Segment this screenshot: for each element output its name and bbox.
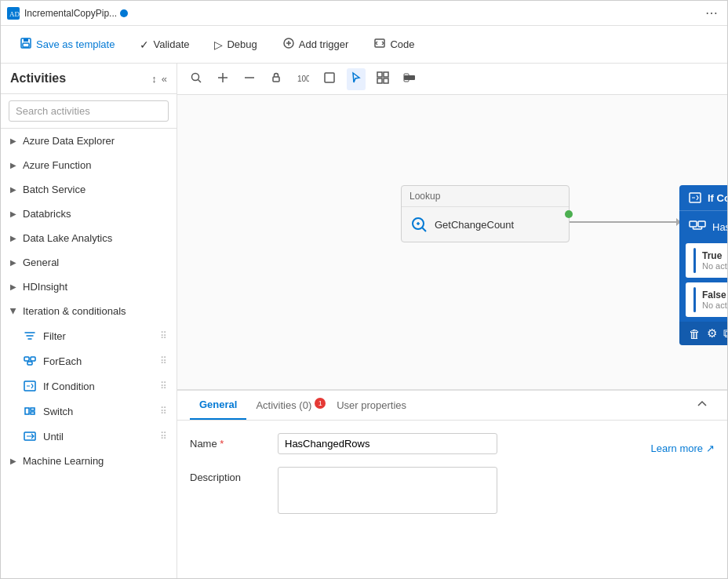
- svg-rect-3: [24, 38, 28, 42]
- svg-rect-17: [377, 72, 382, 77]
- sidebar-item-azure-data-explorer[interactable]: ▶ Azure Data Explorer: [1, 129, 177, 153]
- name-input[interactable]: [278, 433, 497, 454]
- canvas-frame-button[interactable]: [320, 68, 339, 90]
- canvas-area[interactable]: 100%: [177, 64, 727, 390]
- sidebar-item-machine-learning[interactable]: ▶ Machine Learning: [1, 449, 177, 473]
- sidebar-header: Activities ↕ «: [1, 64, 177, 94]
- chevron-right-icon: ▶: [10, 282, 16, 291]
- svg-text:ADF: ADF: [9, 10, 20, 18]
- canvas-multi-select-button[interactable]: [373, 68, 392, 90]
- sidebar-item-databricks[interactable]: ▶ Databricks: [1, 202, 177, 226]
- canvas-add-button[interactable]: [213, 68, 232, 90]
- svg-point-12: [192, 73, 199, 80]
- group-label: Azure Function: [23, 159, 91, 171]
- canvas-minus-button[interactable]: [240, 68, 259, 90]
- learn-more-text: Learn more: [651, 442, 703, 454]
- sidebar-subitem-until[interactable]: Until ⠿: [1, 424, 177, 449]
- drag-handle: ⠿: [160, 355, 167, 366]
- validate-button[interactable]: ✓ Validate: [133, 35, 195, 54]
- if-settings-button[interactable]: ⚙: [707, 326, 717, 340]
- sidebar-item-azure-function[interactable]: ▶ Azure Function: [1, 153, 177, 177]
- debug-button[interactable]: ▷ Debug: [208, 35, 263, 54]
- chevron-right-icon: ▶: [10, 457, 16, 465]
- group-label: Batch Service: [23, 184, 86, 195]
- drag-handle: ⠿: [160, 330, 167, 341]
- chevron-down-icon: ▶: [9, 308, 18, 315]
- sidebar-item-iteration-conditionals[interactable]: ▶ Iteration & conditionals: [1, 299, 177, 323]
- lookup-node-body: GetChangeCount: [402, 207, 569, 242]
- group-label: Machine Learning: [23, 455, 104, 467]
- debug-label: Debug: [227, 38, 257, 50]
- code-button[interactable]: Code: [367, 34, 420, 55]
- svg-text:100%: 100%: [297, 75, 309, 83]
- sidebar-collapse-icon[interactable]: «: [162, 73, 167, 85]
- search-input[interactable]: [9, 100, 169, 122]
- canvas-toolbar: 100%: [177, 64, 727, 95]
- description-input[interactable]: [278, 467, 497, 514]
- sidebar-subitem-if-condition[interactable]: If Condition ⠿: [1, 373, 177, 399]
- title-bar: ADF IncrementalCopyPip... ⋯: [1, 1, 727, 26]
- if-delete-button[interactable]: 🗑: [689, 327, 701, 340]
- true-branch-content: True No activities: [702, 250, 727, 271]
- canvas-lock-button[interactable]: [267, 68, 286, 90]
- canvas-search-button[interactable]: [187, 68, 206, 90]
- svg-rect-14: [273, 77, 279, 82]
- sidebar: Activities ↕ « ▶ Azure Data Explorer ▶ A…: [1, 64, 177, 578]
- sidebar-filter-icon[interactable]: ↕: [151, 73, 157, 85]
- unsaved-indicator: [120, 9, 128, 17]
- true-branch-title: True: [702, 250, 727, 261]
- svg-line-13: [198, 79, 202, 82]
- subitem-label: Until: [43, 431, 64, 442]
- sidebar-item-general[interactable]: ▶ General: [1, 250, 177, 275]
- sidebar-items: ▶ Azure Data Explorer ▶ Azure Function ▶…: [1, 129, 177, 578]
- true-branch[interactable]: True No activities ✏: [686, 243, 727, 278]
- sidebar-item-hdinsight[interactable]: ▶ HDInsight: [1, 275, 177, 299]
- lookup-output-connector[interactable]: [565, 210, 573, 218]
- chevron-right-icon: ▶: [10, 137, 16, 145]
- if-copy-button[interactable]: ⧉: [723, 326, 727, 340]
- sidebar-subitem-switch[interactable]: Switch ⠿: [1, 399, 177, 424]
- group-label: Iteration & conditionals: [23, 305, 126, 317]
- drag-handle: ⠿: [160, 431, 167, 442]
- save-template-button[interactable]: Save as template: [13, 34, 121, 55]
- learn-more-link[interactable]: Learn more ↗: [651, 438, 715, 454]
- sidebar-controls[interactable]: ↕ «: [151, 73, 167, 85]
- sidebar-subitem-foreach[interactable]: ForEach ⠿: [1, 348, 177, 373]
- tab-general-label: General: [199, 399, 237, 410]
- bottom-tabs: General Activities (0) 1 User properties: [177, 391, 727, 421]
- required-star: *: [220, 438, 224, 450]
- subitem-label: Switch: [43, 406, 73, 417]
- canvas-fit-button[interactable]: 100%: [293, 68, 312, 90]
- svg-rect-19: [377, 78, 382, 83]
- description-field-group: Description: [190, 467, 635, 514]
- tab-activities[interactable]: Activities (0) 1: [246, 391, 327, 419]
- if-condition-node[interactable]: If Condition HasChangedRows True: [679, 185, 727, 345]
- sidebar-item-batch-service[interactable]: ▶ Batch Service: [1, 177, 177, 202]
- false-branch-content: False No activities: [702, 290, 727, 310]
- code-label: Code: [390, 38, 414, 50]
- group-label: Azure Data Explorer: [23, 135, 115, 147]
- collapse-panel-button[interactable]: [690, 391, 715, 420]
- tab-user-properties[interactable]: User properties: [327, 391, 416, 419]
- chevron-right-icon: ▶: [10, 209, 16, 218]
- false-branch-indicator: [693, 287, 696, 312]
- lookup-node[interactable]: Lookup GetChangeCount: [401, 185, 570, 242]
- sidebar-subitem-filter[interactable]: Filter ⠿: [1, 323, 177, 348]
- svg-rect-16: [325, 73, 334, 82]
- title-bar-more-icon[interactable]: ⋯: [702, 4, 721, 22]
- true-branch-indicator: [693, 248, 696, 273]
- false-branch[interactable]: False No activities ✏: [686, 282, 727, 317]
- validate-icon: ✓: [140, 38, 149, 51]
- chevron-right-icon: ▶: [10, 185, 16, 194]
- tab-user-properties-label: User properties: [337, 399, 406, 411]
- canvas-settings-button[interactable]: [400, 68, 419, 90]
- svg-rect-21: [404, 75, 415, 80]
- tab-general[interactable]: General: [190, 391, 246, 420]
- sidebar-item-data-lake-analytics[interactable]: ▶ Data Lake Analytics: [1, 226, 177, 250]
- canvas-panel: 100%: [177, 64, 727, 578]
- canvas-select-button[interactable]: [347, 68, 366, 90]
- group-label: HDInsight: [23, 281, 67, 293]
- debug-icon: ▷: [214, 38, 223, 51]
- code-icon: [373, 37, 386, 52]
- add-trigger-button[interactable]: Add trigger: [276, 34, 355, 55]
